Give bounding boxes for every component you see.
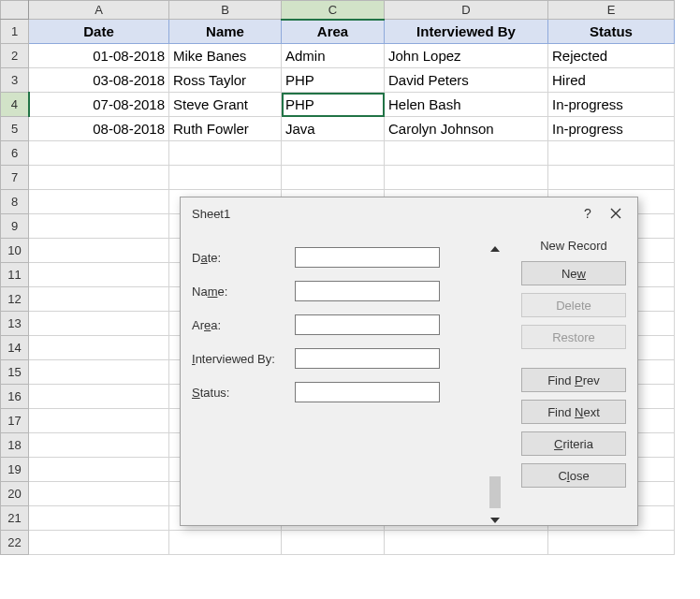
- select-all-corner[interactable]: [1, 1, 29, 20]
- row-header[interactable]: 6: [1, 141, 29, 166]
- dialog-title: Sheet1: [192, 207, 574, 221]
- interviewed-label: Interviewed By:: [192, 352, 295, 366]
- row-header[interactable]: 11: [1, 263, 29, 287]
- close-icon[interactable]: [602, 201, 630, 226]
- table-header-name[interactable]: Name: [169, 20, 282, 44]
- cell[interactable]: 01-08-2018: [29, 44, 169, 68]
- date-field[interactable]: [295, 247, 440, 268]
- cell[interactable]: Ruth Fowler: [169, 117, 282, 141]
- restore-button: Restore: [521, 325, 626, 349]
- form-fields: Date: Name: Area: Interviewed By: Status…: [192, 237, 486, 529]
- col-header-e[interactable]: E: [548, 1, 675, 20]
- scroll-up-icon[interactable]: [487, 241, 503, 257]
- row-header[interactable]: 5: [1, 117, 29, 141]
- cell[interactable]: David Peters: [385, 68, 548, 93]
- row-header[interactable]: 4: [1, 93, 29, 117]
- cell[interactable]: Ross Taylor: [169, 68, 282, 93]
- row-header[interactable]: 2: [1, 44, 29, 68]
- find-prev-button[interactable]: Find Prev: [521, 368, 626, 392]
- cell[interactable]: 03-08-2018: [29, 68, 169, 93]
- new-button[interactable]: New: [521, 261, 626, 285]
- row-header[interactable]: 12: [1, 287, 29, 312]
- cell[interactable]: Hired: [548, 68, 675, 93]
- cell[interactable]: PHP: [282, 68, 385, 93]
- cell[interactable]: In-progress: [548, 117, 675, 141]
- record-scrollbar[interactable]: [486, 237, 504, 529]
- interviewed-field[interactable]: [295, 348, 440, 369]
- cell[interactable]: Carolyn Johnson: [385, 117, 548, 141]
- cell[interactable]: Admin: [282, 44, 385, 68]
- col-header-a[interactable]: A: [29, 1, 169, 20]
- col-header-c[interactable]: C: [282, 1, 385, 20]
- cell[interactable]: In-progress: [548, 93, 675, 117]
- cell[interactable]: Mike Banes: [169, 44, 282, 68]
- cell[interactable]: Java: [282, 117, 385, 141]
- row-header[interactable]: 22: [1, 531, 29, 555]
- cell[interactable]: John Lopez: [385, 44, 548, 68]
- date-label: Date:: [192, 251, 295, 265]
- table-header-interviewed[interactable]: Interviewed By: [385, 20, 548, 44]
- help-button[interactable]: ?: [574, 201, 602, 226]
- area-label: Area:: [192, 318, 295, 332]
- scroll-thumb[interactable]: [489, 476, 501, 508]
- table-header-status[interactable]: Status: [548, 20, 675, 44]
- col-header-d[interactable]: D: [385, 1, 548, 20]
- status-label: Status:: [192, 386, 295, 400]
- criteria-button[interactable]: Criteria: [521, 431, 626, 456]
- row-header[interactable]: 16: [1, 385, 29, 409]
- close-button[interactable]: Close: [521, 463, 626, 488]
- cell-selected[interactable]: PHP: [282, 93, 385, 117]
- status-field[interactable]: [295, 382, 440, 402]
- record-status-text: New Record: [521, 239, 626, 261]
- col-header-b[interactable]: B: [169, 1, 282, 20]
- delete-button: Delete: [521, 293, 626, 317]
- row-header[interactable]: 9: [1, 214, 29, 239]
- row-header[interactable]: 8: [1, 190, 29, 214]
- cell[interactable]: Helen Bash: [385, 93, 548, 117]
- row-header[interactable]: 1: [1, 20, 29, 44]
- table-header-date[interactable]: Date: [29, 20, 169, 44]
- cell[interactable]: Steve Grant: [169, 93, 282, 117]
- dialog-buttons: New Record New Delete Restore Find Prev …: [504, 237, 626, 529]
- row-header[interactable]: 3: [1, 68, 29, 93]
- name-label: Name:: [192, 285, 295, 299]
- cell[interactable]: Rejected: [548, 44, 675, 68]
- row-header[interactable]: 19: [1, 458, 29, 482]
- table-header-area[interactable]: Area: [282, 20, 385, 44]
- row-header[interactable]: 21: [1, 506, 29, 531]
- cell[interactable]: 08-08-2018: [29, 117, 169, 141]
- scroll-down-icon[interactable]: [487, 512, 503, 529]
- row-header[interactable]: 20: [1, 482, 29, 506]
- cell[interactable]: 07-08-2018: [29, 93, 169, 117]
- name-field[interactable]: [295, 281, 440, 301]
- row-header[interactable]: 13: [1, 312, 29, 336]
- row-header[interactable]: 10: [1, 239, 29, 263]
- data-form-dialog: Sheet1 ? Date: Name: Area: Interviewed B…: [180, 197, 638, 526]
- area-field[interactable]: [295, 314, 440, 335]
- row-header[interactable]: 17: [1, 409, 29, 433]
- row-header[interactable]: 14: [1, 336, 29, 360]
- row-header[interactable]: 7: [1, 166, 29, 190]
- find-next-button[interactable]: Find Next: [521, 400, 626, 424]
- row-header[interactable]: 15: [1, 360, 29, 385]
- row-header[interactable]: 18: [1, 433, 29, 458]
